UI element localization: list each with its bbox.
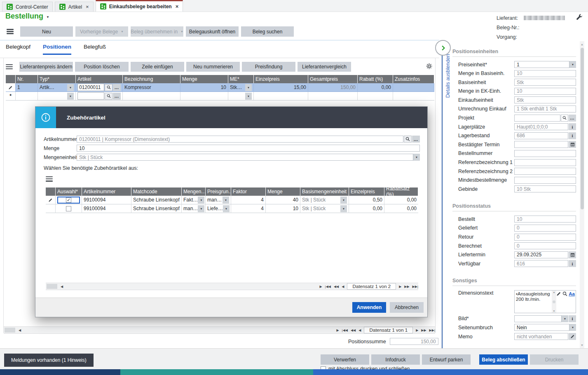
vorherige-belege-button[interactable]: Vorherige Belege▼ — [75, 26, 128, 37]
neu-button[interactable]: Neu — [20, 26, 73, 37]
col-auswahl[interactable]: Auswahl* — [56, 188, 82, 196]
os-taskbar[interactable] — [0, 369, 588, 375]
info-icon[interactable]: i — [569, 132, 576, 139]
chevron-down-icon[interactable]: ▼ — [67, 93, 74, 100]
bestellnummer-input[interactable] — [514, 150, 576, 157]
col-me[interactable]: ME* — [228, 75, 254, 83]
checkbox-focus[interactable]: ✓ — [57, 197, 80, 204]
beleg-uebernehmen-button[interactable]: Beleg übernehmen in▼ — [131, 26, 183, 37]
search-icon[interactable] — [404, 136, 412, 143]
wrench-icon[interactable] — [576, 14, 583, 21]
tab-belegfuss[interactable]: Belegfuß — [84, 44, 106, 55]
pager-fast-next-icon[interactable]: ▶▶ — [421, 328, 426, 332]
col-faktor[interactable]: Faktor — [231, 188, 266, 196]
pager-play-icon[interactable]: ▶ — [336, 328, 339, 332]
pager-last-icon[interactable]: ▶▶| — [429, 328, 435, 332]
col-rabatt[interactable]: Rabatt (%) — [358, 75, 393, 83]
col-matchcode[interactable]: Matchcode — [131, 188, 182, 196]
new-row[interactable]: * ▼ … ▼ — [6, 92, 434, 101]
cell-preisgrundlage[interactable]: man…▼ — [206, 196, 231, 204]
col-einzelpreis[interactable]: Einzelpreis — [349, 188, 384, 196]
table-row[interactable]: 1 Artik…▼ 01200011 … Kompressor 10 Stk…▼… — [6, 83, 434, 92]
belegauskunft-button[interactable]: Belegauskunft öffnen — [186, 26, 239, 37]
lieferantenvergleich-button[interactable]: Lieferantenvergleich — [298, 62, 351, 72]
menu-icon[interactable] — [46, 175, 53, 183]
chevron-down-icon[interactable]: ▼ — [198, 197, 204, 204]
dimensionstext-scrollbar[interactable]: ▲▼ — [552, 291, 556, 313]
cell-faktor[interactable]: 4 — [231, 196, 266, 204]
pager-fast-next-icon[interactable]: ▶▶ — [404, 285, 409, 288]
neu-nummerieren-button[interactable]: Neu nummerieren — [186, 62, 240, 72]
search-icon[interactable] — [105, 84, 112, 91]
col-mengenbasis[interactable]: Mengen… — [182, 188, 206, 196]
chevron-down-icon[interactable]: ▼ — [198, 205, 204, 212]
beleg-suchen-button[interactable]: Beleg suchen — [241, 26, 294, 37]
menu-dots-icon[interactable]: … — [113, 84, 121, 91]
menu-icon[interactable] — [6, 63, 13, 70]
chevron-down-icon[interactable]: ▼ — [340, 197, 347, 204]
infodruck-button[interactable]: Infodruck — [371, 354, 420, 365]
cell-menge[interactable]: 10 — [266, 204, 300, 213]
chevron-down-icon[interactable]: ▼ — [245, 84, 252, 91]
cell-einzelpreis[interactable]: 0,00 — [349, 204, 384, 213]
format-text-button[interactable]: Aa — [569, 291, 575, 296]
pager-first-icon[interactable]: |◀◀ — [325, 285, 331, 288]
cell-einzelpreis[interactable]: 15,00 — [254, 83, 308, 92]
scrollbar-thumb[interactable] — [581, 48, 584, 209]
pager-next-icon[interactable]: ▶ — [399, 285, 401, 288]
calendar-icon[interactable] — [569, 141, 576, 148]
scroll-down-icon[interactable]: ▼ — [580, 344, 584, 347]
col-zusatzinfos[interactable]: Zusatzinfos — [393, 75, 434, 83]
pager-first-icon[interactable]: |◀◀ — [342, 328, 348, 332]
col-preisgrundlage[interactable]: Preisgrun… — [206, 188, 231, 196]
position-loeschen-button[interactable]: Position löschen — [75, 62, 129, 72]
chevron-down-icon[interactable]: ▼ — [340, 205, 347, 212]
gear-icon[interactable] — [426, 63, 432, 69]
cell-preisgrundlage[interactable]: Liefe…▼ — [206, 204, 231, 213]
details-ausblenden-link[interactable]: Details ausblenden — [445, 54, 451, 98]
cell-basismengeneinheit[interactable]: Stk | Stück▼ — [300, 204, 349, 213]
cell-artikel[interactable]: 01200011 … — [76, 83, 123, 92]
cell-basismengeneinheit[interactable]: Stk | Stück▼ — [300, 196, 349, 204]
scrollbar-thumb[interactable] — [47, 284, 57, 289]
cell-rabattsatz[interactable]: 0,00 — [384, 204, 418, 213]
menu-dots-icon[interactable]: … — [113, 93, 121, 100]
info-icon[interactable]: i — [569, 123, 576, 130]
drucken-button[interactable]: Drucken — [530, 354, 579, 365]
mindestbestellmenge-input[interactable] — [514, 177, 576, 184]
chevron-down-icon[interactable]: ▼ — [569, 61, 576, 68]
chevron-down-icon[interactable]: ▼ — [223, 205, 230, 212]
menge-input[interactable]: 10 — [77, 145, 420, 152]
col-basismengeneinheit[interactable]: Basismengeneinheit — [300, 188, 349, 196]
chevron-down-icon[interactable]: ▼ — [223, 197, 229, 204]
tab-belegkopf[interactable]: Belegkopf — [6, 44, 30, 55]
positions-scrollbar[interactable]: ◀ ▶ |◀◀ ◀◀ ◀ Datensatz 1 von 1 ▶ ▶▶ ▶▶| — [4, 326, 435, 334]
abbrechen-button[interactable]: Abbrechen — [390, 302, 424, 313]
col-nr[interactable]: Nr. — [16, 75, 38, 83]
scroll-left-icon[interactable]: ◀ — [61, 285, 63, 288]
artikel-input[interactable]: 01200011 — [77, 84, 104, 91]
dimensionstext-box[interactable]: •Ansaugleistung 200 ltr./min. ▲▼ Aa — [514, 290, 576, 313]
pager-last-icon[interactable]: ▶▶| — [412, 285, 418, 288]
preiseinheit-select[interactable]: 1 — [514, 61, 569, 68]
cell-rabatt[interactable]: 0,00 — [358, 83, 393, 92]
pager-prev-icon[interactable]: ◀ — [358, 328, 361, 332]
col-artikelnummer[interactable]: Artikelnummer — [82, 188, 131, 196]
cell-typ[interactable]: Artik…▼ — [38, 83, 76, 92]
chevron-down-icon[interactable]: ▼ — [67, 84, 74, 91]
tab-positionen[interactable]: Positionen — [43, 44, 71, 55]
cell-artikelnummer[interactable]: 99100094 — [82, 196, 131, 204]
col-gesamtpreis[interactable]: Gesamtpreis — [308, 75, 358, 83]
expand-details-button[interactable] — [435, 40, 451, 56]
table-row[interactable]: ✓ 99100094 Schraube Linsenkopf Fakt…▼ ma… — [46, 196, 418, 204]
cell-einzelpreis[interactable]: 0,50 — [349, 196, 384, 204]
cell-menge[interactable]: 40 — [266, 196, 300, 204]
tab-einkaufsbelege[interactable]: Einkaufsbelege bearbeiten × — [96, 0, 183, 12]
col-bezeichnung[interactable]: Bezeichnung — [123, 75, 180, 83]
scroll-left-icon[interactable]: ◀ — [19, 328, 21, 332]
projekt-input[interactable] — [514, 115, 560, 122]
entwurf-parken-button[interactable]: Entwurf parken — [422, 354, 471, 365]
col-artikel[interactable]: Artikel — [76, 75, 123, 83]
menu-dots-icon[interactable]: … — [569, 115, 576, 122]
beleg-abschliessen-button[interactable]: Beleg abschließen — [479, 354, 528, 365]
